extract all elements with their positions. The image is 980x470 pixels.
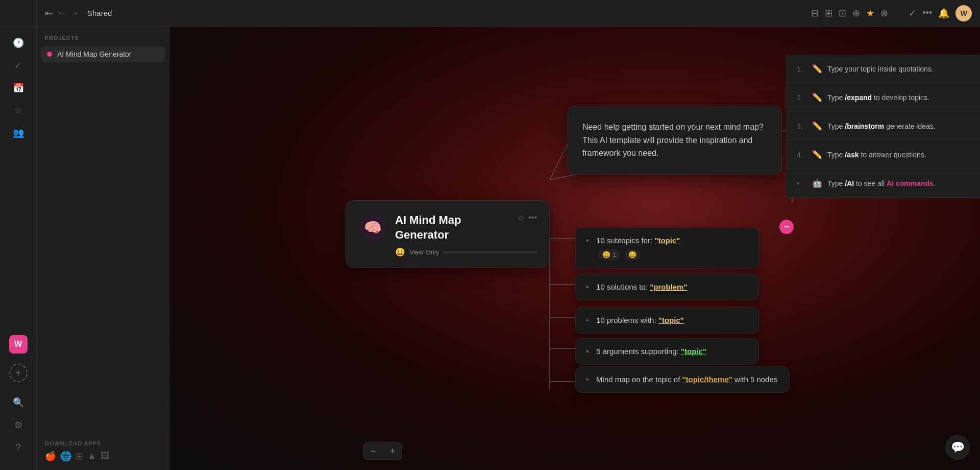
node-bullet-3: • bbox=[586, 316, 589, 324]
sidebar-item-tasks[interactable]: ✓ bbox=[8, 55, 29, 76]
mind-card-star-icon[interactable]: ☆ bbox=[517, 213, 524, 223]
topbar-right-actions: ✓ ••• 🔔 W bbox=[900, 5, 980, 21]
project-name: AI Mind Map Generator bbox=[57, 50, 132, 58]
node-bullet-4: • bbox=[586, 347, 589, 356]
apple-icon[interactable]: 🍎 bbox=[45, 451, 56, 462]
more-options-icon[interactable]: ••• bbox=[922, 8, 932, 18]
node-arguments: • 5 arguments supporting: "topic" bbox=[575, 338, 759, 365]
topbar-navigation: ⇤ ← → Shared bbox=[37, 8, 799, 19]
mind-card-title: AI Mind Map Generator bbox=[395, 213, 509, 242]
node-footer-1: 😀 1 😄 bbox=[586, 249, 748, 260]
canvas: 🧠 AI Mind Map Generator ☆ ••• 😀 View Onl… bbox=[169, 27, 980, 470]
sidebar-item-recent[interactable]: 🕐 bbox=[8, 33, 29, 53]
image-icon[interactable]: 🖼 bbox=[101, 451, 110, 462]
help-text: Need help getting started on your next m… bbox=[582, 121, 767, 160]
tool-table-icon[interactable]: ⊞ bbox=[825, 8, 832, 19]
instruction-item-4: 4. ✏️ Type /ask to answer questions. bbox=[787, 140, 980, 169]
android-icon[interactable]: ▲ bbox=[87, 451, 96, 462]
view-only-label: View Only bbox=[409, 248, 439, 256]
instruction-text-2: Type /expand to develop topics. bbox=[827, 93, 970, 102]
zoom-in-button[interactable]: + bbox=[383, 443, 402, 459]
projects-bottom: Download Apps 🍎 🌐 ⊞ ▲ 🖼 bbox=[37, 432, 169, 470]
projects-panel: Projects AI Mind Map Generator Download … bbox=[37, 27, 169, 470]
tool-mindmap-icon[interactable]: ⊕ bbox=[852, 8, 860, 19]
instruction-bullet: • bbox=[797, 179, 807, 187]
mind-card-title-area: AI Mind Map Generator bbox=[395, 213, 509, 242]
instruction-num-4: 4. bbox=[797, 151, 807, 159]
progress-bar bbox=[443, 251, 537, 253]
nav-forward-icon[interactable]: → bbox=[70, 8, 79, 18]
instruction-num-2: 2. bbox=[797, 93, 807, 102]
instruction-num-1: 1. bbox=[797, 65, 807, 73]
node-text-5: Mind map on the topic of "topic/theme" w… bbox=[596, 375, 777, 384]
mind-card-header: 🧠 AI Mind Map Generator ☆ ••• bbox=[358, 213, 537, 242]
instruction-text-5: Type /AI to see all AI commands. bbox=[827, 179, 970, 187]
sidebar-item-calendar[interactable]: 📅 bbox=[8, 78, 29, 98]
settings-icon[interactable]: ⚙ bbox=[8, 415, 29, 435]
project-item-ai-mindmap[interactable]: AI Mind Map Generator bbox=[41, 46, 165, 62]
pencil-icon-3: ✏️ bbox=[812, 121, 822, 131]
instruction-text-1: Type your topic inside quotations. bbox=[827, 65, 970, 73]
chat-bubble-button[interactable]: 💬 bbox=[945, 435, 970, 460]
breadcrumb: Shared bbox=[87, 9, 112, 17]
mind-card-actions: ☆ ••• bbox=[517, 213, 537, 223]
pencil-icon-2: ✏️ bbox=[812, 92, 822, 102]
instruction-item-2: 2. ✏️ Type /expand to develop topics. bbox=[787, 83, 980, 112]
reaction-count-1: 1 bbox=[612, 251, 616, 258]
instruction-item-3: 3. ✏️ Type /brainstorm generate ideas. bbox=[787, 112, 980, 140]
sidebar-icons: 🕐 ✓ 📅 ☆ 👥 W + 🔍 ⚙ ? bbox=[0, 27, 37, 470]
node-reaction-1[interactable]: 😀 1 bbox=[598, 249, 620, 260]
node-add-reaction-1[interactable]: 😄 bbox=[624, 249, 641, 260]
collapse-sidebar-icon[interactable]: ⇤ bbox=[45, 8, 53, 19]
instructions-panel: 1. ✏️ Type your topic inside quotations.… bbox=[786, 55, 980, 198]
mind-map-center-card: 🧠 AI Mind Map Generator ☆ ••• 😀 View Onl… bbox=[346, 200, 550, 268]
reaction-emoji-1: 😀 bbox=[602, 251, 610, 258]
help-card: Need help getting started on your next m… bbox=[568, 106, 782, 175]
node-mindmap: • Mind map on the topic of "topic/theme"… bbox=[575, 366, 790, 393]
tool-star-icon[interactable]: ★ bbox=[866, 8, 874, 19]
node-bullet-5: • bbox=[586, 375, 589, 384]
instruction-text-4: Type /ask to answer questions. bbox=[827, 151, 970, 159]
instruction-num-3: 3. bbox=[797, 122, 807, 130]
nav-back-icon[interactable]: ← bbox=[57, 8, 66, 18]
search-icon[interactable]: 🔍 bbox=[8, 392, 29, 413]
add-reaction-icon-1: 😄 bbox=[628, 251, 636, 258]
node-text-1: 10 subtopics for: "topic" bbox=[596, 236, 680, 245]
pencil-icon-1: ✏️ bbox=[812, 64, 822, 74]
sidebar-item-team[interactable]: 👥 bbox=[8, 123, 29, 143]
main-layout: 🕐 ✓ 📅 ☆ 👥 W + 🔍 ⚙ ? Projects AI Mind Map… bbox=[0, 27, 980, 470]
robot-icon: 🤖 bbox=[812, 178, 822, 188]
mind-card-more-icon[interactable]: ••• bbox=[528, 213, 537, 223]
svg-line-0 bbox=[550, 144, 568, 180]
notification-icon[interactable]: 🔔 bbox=[938, 8, 949, 19]
node-text-3: 10 problems with: "topic" bbox=[596, 316, 684, 324]
node-text-2: 10 solutions to: "problem" bbox=[596, 283, 687, 291]
add-workspace-button[interactable]: + bbox=[9, 364, 28, 382]
instruction-text-3: Type /brainstorm generate ideas. bbox=[827, 122, 970, 130]
projects-header: Projects bbox=[37, 27, 169, 45]
mind-card-footer: 😀 View Only bbox=[358, 247, 537, 257]
node-subtopics: • 10 subtopics for: "topic" 😀 1 😄 bbox=[575, 227, 759, 269]
tool-list-icon[interactable]: ⊟ bbox=[811, 8, 819, 19]
topbar-tools: ⊟ ⊞ ⊡ ⊕ ★ ⊗ bbox=[799, 8, 900, 19]
help-icon[interactable]: ? bbox=[8, 437, 29, 458]
pencil-icon-4: ✏️ bbox=[812, 150, 822, 159]
sidebar-item-favorites[interactable]: ☆ bbox=[8, 100, 29, 121]
project-dot bbox=[47, 52, 52, 57]
workspace-avatar[interactable]: W bbox=[9, 335, 28, 354]
zoom-out-button[interactable]: − bbox=[364, 443, 382, 459]
tool-share-icon[interactable]: ⊗ bbox=[880, 8, 888, 19]
node-problems: • 10 problems with: "topic" bbox=[575, 307, 759, 334]
minus-button[interactable]: − bbox=[779, 220, 794, 234]
avatar[interactable]: W bbox=[955, 5, 972, 21]
view-only-emoji: 😀 bbox=[395, 247, 405, 257]
download-icons: 🍎 🌐 ⊞ ▲ 🖼 bbox=[45, 451, 161, 462]
tool-grid-icon[interactable]: ⊡ bbox=[839, 8, 846, 19]
instruction-item-5: • 🤖 Type /AI to see all AI commands. bbox=[787, 169, 980, 198]
check-status-icon[interactable]: ✓ bbox=[909, 8, 916, 19]
globe-icon[interactable]: 🌐 bbox=[60, 451, 71, 462]
instruction-item-1: 1. ✏️ Type your topic inside quotations. bbox=[787, 55, 980, 83]
node-solutions: • 10 solutions to: "problem" bbox=[575, 274, 759, 300]
windows-icon[interactable]: ⊞ bbox=[76, 451, 83, 462]
node-bullet-2: • bbox=[586, 283, 589, 291]
